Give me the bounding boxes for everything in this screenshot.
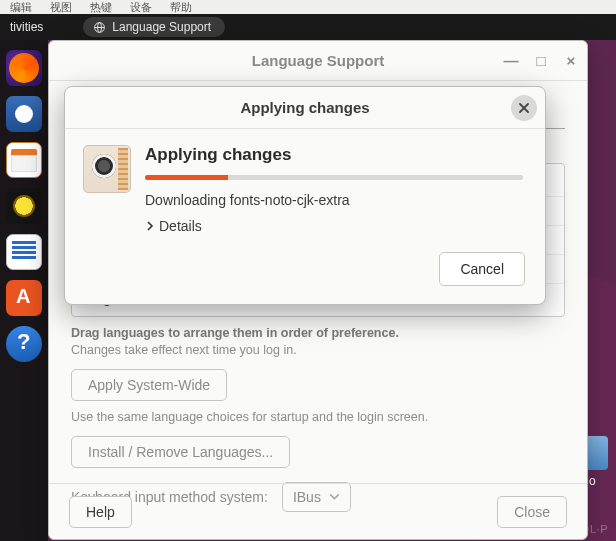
active-app-indicator[interactable]: Language Support (83, 17, 225, 37)
applying-changes-dialog: Applying changes Applying changes Downlo… (64, 86, 546, 305)
titlebar[interactable]: Language Support — □ × (49, 41, 587, 81)
details-label: Details (159, 218, 202, 234)
modal-titlebar[interactable]: Applying changes (65, 87, 545, 129)
close-icon[interactable] (511, 95, 537, 121)
drag-hint: Drag languages to arrange them in order … (71, 325, 565, 359)
maximize-button[interactable]: □ (533, 52, 549, 69)
modal-heading: Applying changes (145, 145, 523, 165)
window-title: Language Support (252, 52, 385, 69)
dialog-footer: Help Close (49, 483, 587, 539)
firefox-icon[interactable] (6, 50, 42, 86)
libreoffice-writer-icon[interactable] (6, 234, 42, 270)
apply-hint: Use the same language choices for startu… (71, 409, 565, 426)
close-button[interactable]: × (563, 52, 579, 69)
rhythmbox-icon[interactable] (6, 188, 42, 224)
download-status: Downloading fonts-noto-cjk-extra (145, 192, 523, 208)
globe-icon (93, 21, 106, 34)
close-dialog-button[interactable]: Close (497, 496, 567, 528)
host-menubar: 编辑 视图 热键 设备 帮助 (0, 0, 616, 14)
menu-item[interactable]: 编辑 (10, 0, 32, 14)
modal-title: Applying changes (240, 99, 369, 116)
ubuntu-software-icon[interactable] (6, 280, 42, 316)
cancel-button[interactable]: Cancel (439, 252, 525, 286)
apply-system-wide-button[interactable]: Apply System-Wide (71, 369, 227, 401)
dock (0, 40, 48, 541)
progress-bar (145, 175, 523, 180)
thunderbird-icon[interactable] (6, 96, 42, 132)
menu-item[interactable]: 帮助 (170, 0, 192, 14)
minimize-button[interactable]: — (503, 52, 519, 69)
active-app-label: Language Support (112, 20, 211, 34)
package-icon (83, 145, 131, 193)
menu-item[interactable]: 设备 (130, 0, 152, 14)
install-remove-languages-button[interactable]: Install / Remove Languages... (71, 436, 290, 468)
menu-item[interactable]: 视图 (50, 0, 72, 14)
help-button[interactable]: Help (69, 496, 132, 528)
activities-button[interactable]: tivities (10, 20, 43, 34)
gnome-topbar: tivities Language Support (0, 14, 616, 40)
chevron-right-icon (145, 221, 155, 231)
menu-item[interactable]: 热键 (90, 0, 112, 14)
details-expander[interactable]: Details (145, 218, 202, 234)
help-icon[interactable] (6, 326, 42, 362)
progress-fill (145, 175, 228, 180)
files-icon[interactable] (6, 142, 42, 178)
